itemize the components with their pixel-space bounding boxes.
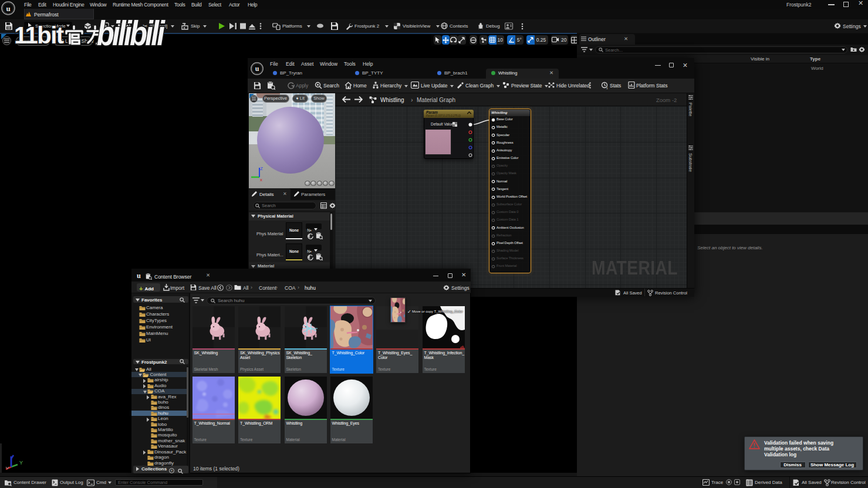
svg-text:11bit: 11bit: [14, 22, 64, 48]
svg-text:u: u: [6, 4, 10, 13]
svg-text:u: u: [255, 65, 259, 73]
svg-text:x: x: [260, 177, 262, 182]
svg-text:Z: Z: [260, 166, 263, 171]
svg-text:Y: Y: [19, 460, 23, 466]
svg-text:bilibili: bilibili: [97, 14, 166, 49]
svg-text:u: u: [137, 271, 141, 279]
svg-text:1: 1: [606, 86, 608, 90]
